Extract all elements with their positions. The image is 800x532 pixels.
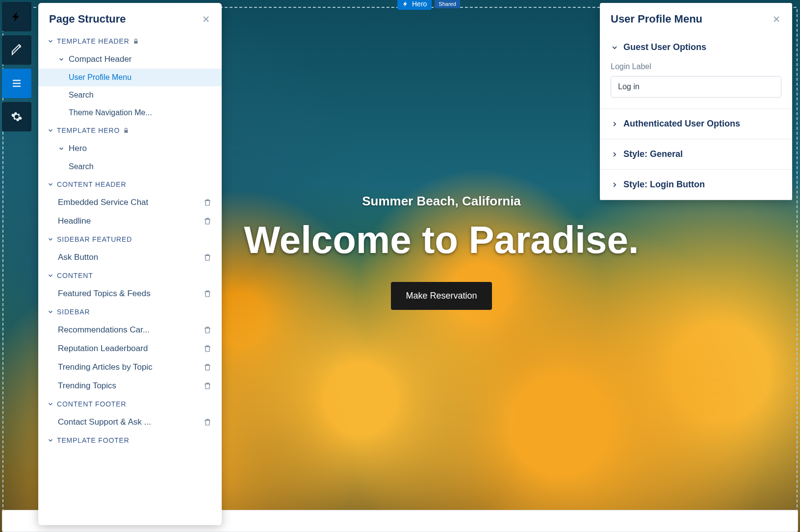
section-label: TEMPLATE HERO	[57, 127, 120, 134]
trash-icon[interactable]	[203, 381, 212, 390]
chevron-down-icon	[47, 181, 54, 188]
property-section-label: Style: Login Button	[623, 179, 705, 190]
structure-item-label: Recommendations Car...	[58, 325, 150, 335]
page-structure-tree: TEMPLATE HEADERCompact HeaderUser Profil…	[38, 32, 222, 459]
structure-item[interactable]: Featured Topics & Feeds	[38, 284, 222, 303]
tool-rail-button[interactable]	[2, 2, 31, 31]
trash-icon[interactable]	[203, 418, 212, 427]
hero-region-tag[interactable]: Hero Shared	[397, 0, 460, 10]
section-label: TEMPLATE HEADER	[57, 37, 129, 45]
property-section-label: Authenticated User Options	[623, 119, 740, 129]
lock-icon	[132, 38, 139, 45]
property-section-header[interactable]: Style: Login Button	[600, 170, 792, 200]
structure-item[interactable]: Reputation Leaderboard	[38, 339, 222, 358]
lock-icon	[123, 127, 129, 134]
make-reservation-button[interactable]: Make Reservation	[391, 282, 491, 310]
tool-rail-button[interactable]	[2, 69, 31, 98]
structure-item[interactable]: Hero	[38, 139, 222, 158]
structure-item-label: Featured Topics & Feeds	[58, 289, 151, 299]
section-header[interactable]: SIDEBAR	[38, 303, 222, 321]
structure-item-label: Compact Header	[69, 54, 132, 64]
property-section-label: Style: General	[623, 149, 683, 159]
section-label: SIDEBAR FEATURED	[57, 235, 132, 243]
lightning-icon	[11, 11, 23, 23]
property-section: Style: Login Button	[600, 170, 792, 200]
structure-item-label: Headline	[58, 216, 91, 226]
tool-rail-button[interactable]	[2, 102, 31, 131]
tool-rail-button[interactable]	[2, 35, 31, 65]
section-label: SIDEBAR	[57, 308, 90, 316]
trash-icon[interactable]	[203, 289, 212, 298]
hero-region-tag-label-chip[interactable]: Hero	[397, 0, 432, 10]
structure-item[interactable]: Headline	[38, 212, 222, 230]
chevron-down-icon	[47, 127, 54, 134]
chevron-down-icon	[47, 236, 54, 243]
section-label: CONTENT	[57, 272, 93, 279]
chevron-down-icon	[47, 308, 54, 315]
close-icon[interactable]	[772, 14, 781, 24]
structure-item[interactable]: Search	[38, 158, 222, 176]
section-header[interactable]: CONTENT	[38, 267, 222, 284]
section-header[interactable]: TEMPLATE HEADER	[38, 32, 222, 50]
structure-item[interactable]: Ask Button	[38, 248, 222, 267]
structure-item-label: User Profile Menu	[69, 73, 131, 82]
chevron-down-icon	[58, 145, 65, 152]
section-label: TEMPLATE FOOTER	[57, 436, 129, 444]
property-section-header[interactable]: Guest User Options	[600, 32, 792, 62]
structure-item-label: Contact Support & Ask ...	[58, 417, 151, 427]
section-header[interactable]: CONTENT FOOTER	[38, 395, 222, 413]
section-header[interactable]: CONTENT HEADER	[38, 176, 222, 193]
structure-item-label: Theme Navigation Me...	[69, 108, 152, 117]
chevron-right-icon	[611, 181, 619, 189]
structure-item-label: Embedded Service Chat	[58, 198, 148, 207]
login-label-input[interactable]	[611, 76, 781, 98]
property-section-header[interactable]: Style: General	[600, 139, 792, 169]
page-structure-title: Page Structure	[49, 13, 126, 25]
structure-item-label: Trending Articles by Topic	[58, 362, 153, 372]
hero-content: Summer Beach, California Welcome to Para…	[221, 194, 662, 310]
structure-item-label: Trending Topics	[58, 381, 116, 391]
brush-icon	[11, 44, 23, 56]
structure-item[interactable]: Compact Header	[38, 50, 222, 69]
trash-icon[interactable]	[203, 344, 212, 353]
component-properties-title: User Profile Menu	[611, 13, 702, 25]
close-icon[interactable]	[201, 14, 211, 24]
trash-icon[interactable]	[203, 326, 212, 334]
gear-icon	[11, 111, 23, 123]
chevron-down-icon	[47, 437, 54, 444]
section-header[interactable]: SIDEBAR FEATURED	[38, 230, 222, 248]
chevron-down-icon	[47, 401, 54, 407]
chevron-down-icon	[47, 272, 54, 279]
chevron-down-icon	[47, 38, 54, 45]
section-header[interactable]: TEMPLATE HERO	[38, 122, 222, 139]
tool-rail	[0, 0, 31, 142]
trash-icon[interactable]	[203, 253, 212, 262]
hero-headline: Welcome to Paradise.	[221, 218, 662, 262]
chevron-down-icon	[58, 56, 65, 63]
trash-icon[interactable]	[203, 198, 212, 207]
structure-item[interactable]: Recommendations Car...	[38, 321, 222, 339]
component-properties-header: User Profile Menu	[600, 3, 792, 32]
structure-item-label: Hero	[69, 144, 87, 153]
structure-item[interactable]: Contact Support & Ask ...	[38, 413, 222, 431]
property-section-label: Guest User Options	[623, 42, 706, 52]
property-section-header[interactable]: Authenticated User Options	[600, 109, 792, 139]
trash-icon[interactable]	[203, 217, 212, 226]
structure-item[interactable]: Embedded Service Chat	[38, 193, 222, 212]
structure-item[interactable]: Theme Navigation Me...	[38, 104, 222, 122]
lightning-icon	[402, 0, 409, 7]
page-structure-header: Page Structure	[38, 3, 222, 32]
structure-item[interactable]: Search	[38, 86, 222, 104]
chevron-right-icon	[611, 120, 619, 128]
list-icon	[11, 77, 23, 89]
component-properties-panel: User Profile Menu Guest User OptionsLogi…	[600, 3, 792, 200]
page-structure-panel: Page Structure TEMPLATE HEADERCompact He…	[38, 3, 222, 525]
structure-item-label: Ask Button	[58, 253, 98, 262]
structure-item[interactable]: Trending Topics	[38, 377, 222, 395]
structure-item[interactable]: User Profile Menu	[38, 69, 222, 86]
structure-item-label: Reputation Leaderboard	[58, 344, 148, 354]
field-label: Login Label	[611, 62, 781, 71]
trash-icon[interactable]	[203, 363, 212, 372]
structure-item[interactable]: Trending Articles by Topic	[38, 358, 222, 377]
section-header[interactable]: TEMPLATE FOOTER	[38, 431, 222, 449]
